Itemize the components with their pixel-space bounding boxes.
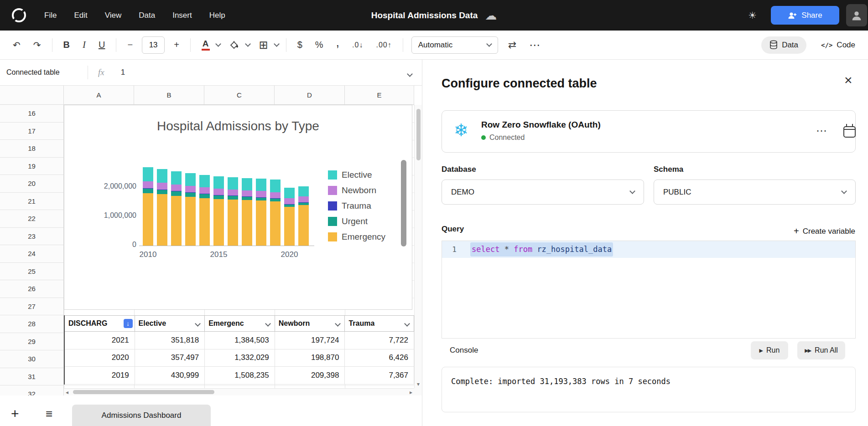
horizontal-scrollbar[interactable]: ◂ ▸ [64, 388, 414, 395]
chart-object[interactable]: Hospital Admissions by Type ElectiveNewb… [64, 105, 412, 310]
row-header-32[interactable]: 32 [0, 385, 63, 395]
decrease-font-size-button[interactable]: − [121, 36, 139, 54]
currency-format-button[interactable]: $ [291, 36, 309, 54]
table-cell[interactable]: 1,332,029 [205, 349, 275, 367]
menu-edit[interactable]: Edit [65, 0, 96, 31]
column-header-c[interactable]: C [204, 86, 275, 105]
theme-toggle-icon[interactable]: ☀ [748, 10, 757, 21]
name-box[interactable]: Connected table [0, 68, 88, 77]
row-header-16[interactable]: 16 [0, 105, 63, 123]
undo-button[interactable]: ↶ [6, 36, 27, 54]
share-button[interactable]: Share [771, 6, 839, 25]
column-filter-dropdown[interactable] [336, 319, 343, 328]
table-cell[interactable]: 1,384,503 [205, 332, 275, 349]
table-header-newborn[interactable]: Newborn [275, 316, 345, 331]
schema-dropdown[interactable]: PUBLIC [654, 180, 856, 205]
code-panel-button[interactable]: </> Code [816, 36, 861, 54]
table-cell[interactable]: 351,818 [135, 332, 205, 349]
account-avatar[interactable] [846, 4, 867, 26]
document-title[interactable]: Hospital Admissions Data [371, 10, 478, 21]
decrease-decimal-button[interactable]: .0↓ [346, 36, 369, 54]
bold-button[interactable]: B [57, 36, 76, 54]
create-variable-button[interactable]: + Create variable [794, 226, 855, 236]
close-icon[interactable]: × [844, 73, 852, 87]
row-header-22[interactable]: 22 [0, 210, 63, 228]
vertical-scrollbar[interactable]: ▾ [414, 105, 422, 388]
column-filter-dropdown[interactable] [196, 319, 203, 328]
sort-descending-icon[interactable]: ↓ [124, 319, 133, 328]
data-panel-button[interactable]: Data [761, 36, 806, 54]
scroll-right-arrow[interactable]: ▸ [410, 389, 412, 395]
rowzero-logo-icon[interactable] [12, 8, 26, 22]
select-all-corner[interactable] [0, 86, 64, 105]
redo-button[interactable]: ↷ [27, 36, 47, 54]
text-color-dropdown[interactable] [216, 36, 223, 54]
column-header-e[interactable]: E [345, 86, 414, 105]
increase-font-size-button[interactable]: + [167, 36, 186, 54]
schedule-calendar-icon[interactable] [843, 126, 856, 138]
table-cell[interactable]: 6,426 [345, 349, 414, 367]
table-cell[interactable]: 430,999 [135, 367, 205, 385]
fill-color-dropdown[interactable] [246, 36, 253, 54]
row-header-23[interactable]: 23 [0, 228, 63, 246]
sql-code-line[interactable]: select * from rz_hospital_data [470, 241, 613, 258]
table-cell[interactable]: 357,497 [135, 349, 205, 367]
row-header-24[interactable]: 24 [0, 245, 63, 263]
row-header-29[interactable]: 29 [0, 333, 63, 351]
run-all-button[interactable]: ▶▶ Run All [797, 341, 845, 359]
row-header-19[interactable]: 19 [0, 158, 63, 175]
column-header-a[interactable]: A [64, 86, 134, 105]
more-options-button[interactable]: ⋯ [523, 36, 546, 54]
formula-bar-expand-button[interactable] [408, 70, 412, 78]
menu-view[interactable]: View [96, 0, 130, 31]
sheet-tab-admissions-dashboard[interactable]: Admissions Dashboard [72, 405, 211, 426]
run-button[interactable]: ▶ Run [751, 341, 788, 359]
menu-data[interactable]: Data [130, 0, 164, 31]
borders-button[interactable]: ⊞ [253, 36, 275, 54]
table-cell[interactable]: 198,870 [275, 349, 345, 367]
row-header-21[interactable]: 21 [0, 193, 63, 210]
table-cell[interactable]: 2021 [65, 332, 135, 349]
italic-button[interactable]: I [76, 36, 92, 54]
column-filter-dropdown[interactable] [266, 319, 273, 328]
chart-scrollbar[interactable] [401, 160, 406, 246]
scroll-left-arrow[interactable]: ◂ [66, 389, 68, 395]
connection-more-button[interactable]: ⋯ [816, 124, 828, 137]
row-header-17[interactable]: 17 [0, 123, 63, 140]
column-header-b[interactable]: B [134, 86, 204, 105]
scroll-down-arrow[interactable]: ▾ [415, 381, 422, 387]
font-size-input[interactable]: 13 [142, 36, 165, 54]
row-header-20[interactable]: 20 [0, 175, 63, 193]
fill-color-button[interactable] [223, 36, 246, 54]
table-cell[interactable]: 2020 [65, 349, 135, 367]
table-header-discharg[interactable]: DISCHARG↓ [65, 316, 135, 331]
row-header-28[interactable]: 28 [0, 315, 63, 333]
text-color-button[interactable]: A [195, 36, 216, 54]
borders-dropdown[interactable] [275, 36, 281, 54]
formula-input[interactable]: 1 [121, 68, 125, 77]
underline-button[interactable]: U [92, 36, 111, 54]
table-header-emergenc[interactable]: Emergenc [205, 316, 275, 331]
horizontal-scrollbar-thumb[interactable] [73, 390, 214, 394]
increase-decimal-button[interactable]: .00↑ [369, 36, 398, 54]
table-cell[interactable]: 1,508,235 [205, 367, 275, 385]
table-cell[interactable]: 2019 [65, 367, 135, 385]
table-cell[interactable]: 7,722 [345, 332, 414, 349]
table-cell[interactable]: 7,367 [345, 367, 414, 385]
connection-card[interactable]: ❄ Row Zero Snowflake (OAuth) Connected ⋯ [442, 110, 856, 153]
add-sheet-button[interactable]: + [11, 403, 19, 426]
database-dropdown[interactable]: DEMO [442, 180, 644, 205]
row-header-31[interactable]: 31 [0, 368, 63, 386]
row-header-26[interactable]: 26 [0, 280, 63, 298]
spreadsheet-grid[interactable]: Hospital Admissions by Type ElectiveNewb… [64, 105, 414, 388]
column-header-d[interactable]: D [275, 86, 345, 105]
sql-editor[interactable]: 1 select * from rz_hospital_data [442, 241, 856, 339]
swap-arrows-icon[interactable]: ⇄ [502, 36, 523, 54]
menu-help[interactable]: Help [201, 0, 234, 31]
row-header-25[interactable]: 25 [0, 263, 63, 281]
number-format-dropdown[interactable]: Automatic [411, 36, 498, 54]
row-header-30[interactable]: 30 [0, 350, 63, 368]
row-header-27[interactable]: 27 [0, 298, 63, 316]
comma-format-button[interactable]: , [330, 36, 346, 54]
menu-file[interactable]: File [36, 0, 65, 31]
